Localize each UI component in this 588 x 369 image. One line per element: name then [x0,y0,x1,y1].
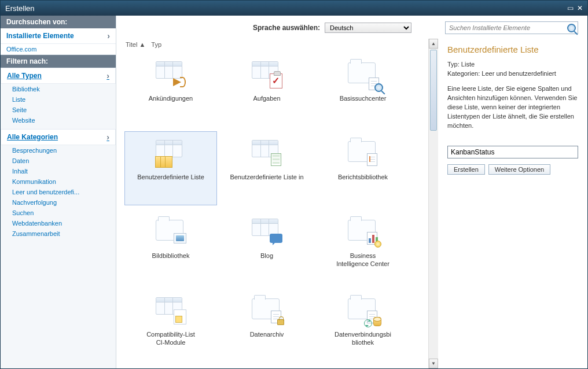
sidebar-type-item[interactable]: Website [1,115,116,126]
catalog-tile[interactable]: Blog [220,210,313,284]
tile-label: Benutzerdefinierte Liste [137,174,204,182]
catalog-tile[interactable]: Berichtsbibliothek [317,131,409,205]
sidebar-category-item[interactable]: Webdatenbanken [1,218,116,228]
catalog-tile[interactable]: Datenarchiv [220,289,313,363]
catalog-tile[interactable]: Benutzerdefinierte Liste [124,131,217,205]
window-title: Erstellen [5,4,35,13]
filter-all-categories[interactable]: Alle Kategorien › [1,129,116,145]
announce-icon [153,60,188,89]
tasks-icon [249,60,284,89]
catalog-tile[interactable]: Compatibility-ListCI-Module [124,289,217,363]
customlist-icon [153,139,188,168]
filter-all-categories-label: Alle Kategorien [7,133,58,141]
catalog: Titel ▲ Typ AnkündigungenAufgabenBasissu… [116,39,428,368]
topbar: Sprache auswählen: Deutsch [116,16,587,39]
tile-label: Datenverbindungsbibliothek [335,331,391,347]
create-button[interactable]: Erstellen [447,164,485,175]
maximize-icon[interactable]: ▭ [567,4,574,12]
search-input[interactable] [446,22,565,34]
browse-header: Durchsuchen von: [1,16,116,28]
window-controls: ▭ ✕ [567,4,583,12]
catalog-tile[interactable]: Datenverbindungsbibliothek [317,289,409,363]
tile-label: Blog [260,252,273,260]
chevron-right-icon: › [106,132,109,142]
compat-icon [153,296,188,325]
reportlib-icon [346,139,380,168]
sidebar-source-label: Installierte Elemente [6,32,74,40]
sidebar-category-item[interactable]: Leer und benutzerdefi... [1,187,116,197]
searchcenter-icon [346,60,380,89]
filter-all-types-label: Alle Typen [7,72,42,80]
tile-label: Compatibility-ListCI-Module [146,331,195,347]
scroll-thumb[interactable] [430,50,437,131]
scroll-up-button[interactable]: ▲ [429,39,438,49]
catalog-tile[interactable]: Basissuchcenter [317,53,409,127]
scrollbar: ▲ ▼ [428,39,438,368]
tile-label: Aufgaben [253,95,280,103]
sidebar-category-item[interactable]: Besprechungen [1,145,116,156]
filter-all-types[interactable]: Alle Typen › [1,68,116,84]
sidebar-category-item[interactable]: Kommunikation [1,176,116,187]
tile-label: Ankündigungen [149,95,193,103]
catalog-tile[interactable]: Aufgaben [220,53,313,127]
dataconn-icon [346,296,380,325]
titlebar: Erstellen ▭ ✕ [1,1,587,16]
tile-label: Datenarchiv [250,331,284,339]
sidebar: Durchsuchen von: Installierte Elemente ›… [1,16,116,368]
chevron-right-icon: › [107,31,110,40]
chevron-right-icon: › [106,71,109,80]
name-input[interactable] [447,146,578,158]
details-description: Eine leere Liste, der Sie eigene Spalten… [447,84,578,131]
language-select[interactable]: Deutsch [325,23,411,33]
blog-icon [249,217,284,246]
sidebar-category-item[interactable]: Inhalt [1,166,116,176]
tile-label: Bildbibliothek [152,252,190,260]
scroll-track[interactable] [429,49,438,359]
piclib-icon [153,217,188,246]
search-icon [567,24,576,32]
catalog-tile[interactable]: Ankündigungen [124,53,217,127]
sidebar-category-item[interactable]: Nachverfolgung [1,197,116,208]
sort-by-title[interactable]: Titel ▲ [126,41,145,48]
sidebar-source-officecom[interactable]: Office.com [1,44,116,55]
sidebar-category-item[interactable]: Suchen [1,208,116,218]
sidebar-category-item[interactable]: Daten [1,156,116,166]
sort-row: Titel ▲ Typ [122,39,422,50]
search-box [445,21,578,34]
tile-label: BusinessIntelligence Center [336,252,389,268]
customlist2-icon [249,139,284,168]
close-icon[interactable]: ✕ [577,4,583,12]
archive-icon [249,296,284,325]
language-label: Sprache auswählen: [253,24,320,32]
search-button[interactable] [565,22,578,34]
bi-icon [346,217,380,246]
scroll-down-button[interactable]: ▼ [429,359,438,368]
catalog-tile[interactable]: BusinessIntelligence Center [317,210,409,284]
sidebar-type-item[interactable]: Seite [1,105,116,115]
details-panel: Benutzerdefinierte Liste Typ: Liste Kate… [438,39,587,368]
sidebar-type-item[interactable]: Liste [1,94,116,105]
catalog-tile[interactable]: Benutzerdefinierte Liste in [220,131,313,205]
tile-label: Berichtsbibliothek [338,174,388,182]
tile-label: Benutzerdefinierte Liste in [230,174,303,182]
details-title: Benutzerdefinierte Liste [447,45,578,54]
details-meta: Typ: Liste Kategorien: Leer und benutzer… [447,60,578,79]
sort-by-type[interactable]: Typ [151,41,161,48]
tile-label: Basissuchcenter [340,95,387,103]
sidebar-source-installed[interactable]: Installierte Elemente › [1,28,116,44]
filter-header: Filtern nach: [1,55,116,68]
sidebar-type-item[interactable]: Bibliothek [1,84,116,94]
more-options-button[interactable]: Weitere Optionen [488,164,550,175]
catalog-tile[interactable]: Bildbibliothek [124,210,217,284]
sidebar-category-item[interactable]: Zusammenarbeit [1,228,116,239]
